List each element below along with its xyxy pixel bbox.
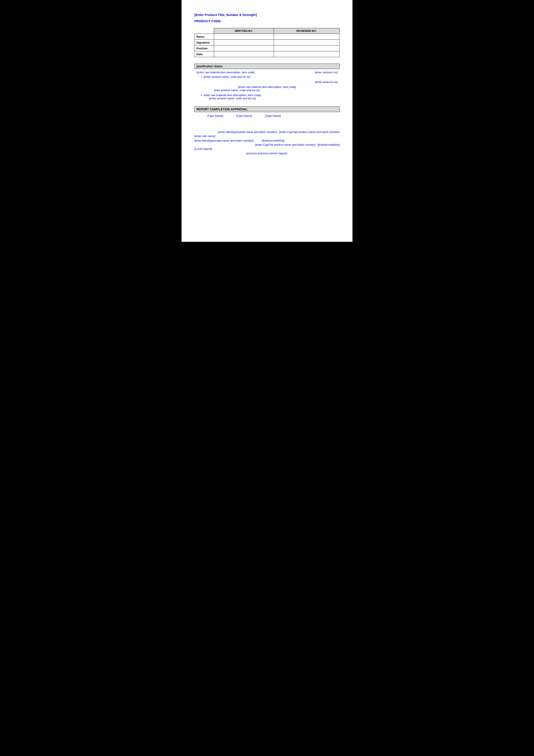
page: [Enter Product Title, Number & Strength]…: [182, 0, 352, 242]
report-names: [Type Name] [Type Name] [Type Name]: [194, 114, 340, 118]
qual-line3-center: [enter raw material item description, it…: [196, 85, 338, 89]
qual-bullet2-part2: [enter product name, code and lot no]: [204, 97, 261, 100]
written-signature-value[interactable]: [214, 40, 274, 45]
qualification-body: [enter raw material item description, it…: [194, 71, 340, 100]
bottom-cap-tsb-batch: [enter Cap/Tsb product name and batch nu…: [255, 143, 316, 146]
written-by-header: WRITTEN BY:: [214, 28, 274, 34]
qual-bullet2-part1: enter raw material item description, ite…: [204, 94, 261, 97]
qual-line1: [enter raw material item description, it…: [196, 71, 255, 74]
bottom-first-second-third-2: [first/second/third]: [318, 143, 340, 146]
qual-bullet1: [enter product name, code and lot no]: [196, 75, 338, 79]
qual-line3-sub: enter product name, code and lot no]: [196, 89, 338, 92]
approval-table: WRITTEN BY: REVIEWED BY: Name: Signature…: [194, 28, 340, 57]
reviewed-signature-value[interactable]: [274, 40, 339, 45]
qual-bullet1-text: [enter product name, code and lot no]: [204, 75, 250, 79]
bottom-line1: [enter blend/granulate name and batch nu…: [194, 130, 340, 134]
written-name-value[interactable]: [214, 34, 274, 40]
bottom-site-name: [enter site name]: [194, 134, 340, 138]
bottom-local-export: [Local /export]: [194, 147, 340, 150]
qual-bullet2: enter raw material item description, ite…: [196, 94, 338, 100]
report-completion-header: REPORT COMPLETION APPROVAL:: [194, 106, 340, 112]
reviewed-by-header: REVIEWED BY:: [274, 28, 339, 34]
qual-bullet2-content: enter raw material item description, ite…: [204, 94, 261, 100]
bottom-first-second-third-1: [first/second/third]: [262, 139, 285, 142]
bottom-cap-tab-name: [enter Cap/Tab product name and batch nu…: [279, 130, 340, 134]
date-label: Date:: [195, 51, 214, 57]
reviewed-date-value[interactable]: [274, 51, 339, 57]
product-title: [Enter Product Title, Number & Strength]: [194, 13, 340, 16]
report-completion-section: REPORT COMPLETION APPROVAL: [Type Name] …: [194, 106, 340, 118]
reviewed-position-value[interactable]: [274, 45, 339, 51]
bottom-line4: [enter Cap/Tsb product name and batch nu…: [194, 143, 340, 146]
name-label: Name:: [195, 34, 214, 40]
qual-line2-right: [enter protocol no]: [196, 80, 338, 84]
qualification-header: Qualification Status: [194, 64, 340, 69]
report-name-3: [Type Name]: [265, 114, 281, 118]
qual-line1-end: [enter protocol no]: [315, 71, 338, 74]
qualification-section: Qualification Status [enter raw material…: [194, 64, 340, 100]
bottom-blend-batch: [enter blend/granulate name and batch nu…: [194, 139, 254, 142]
product-code: PRODUCT CODE:: [194, 19, 340, 23]
qual-protocol-right: [enter protocol no]: [315, 80, 338, 84]
bottom-blend-name: [enter blend/granulate name and batch nu…: [218, 130, 277, 134]
report-name-1: [Type Name]: [207, 114, 223, 118]
reviewed-name-value[interactable]: [274, 34, 339, 40]
signature-label: Signature:: [195, 40, 214, 45]
bottom-section: [enter blend/granulate name and batch nu…: [194, 130, 340, 155]
bottom-line3: [enter blend/granulate name and batch nu…: [194, 139, 340, 142]
written-date-value[interactable]: [214, 51, 274, 57]
written-position-value[interactable]: [214, 45, 274, 51]
report-name-2: [Type Name]: [236, 114, 252, 118]
bottom-previous-interim: and from previous interim reports.: [194, 152, 340, 155]
position-label: Position:: [195, 45, 214, 51]
